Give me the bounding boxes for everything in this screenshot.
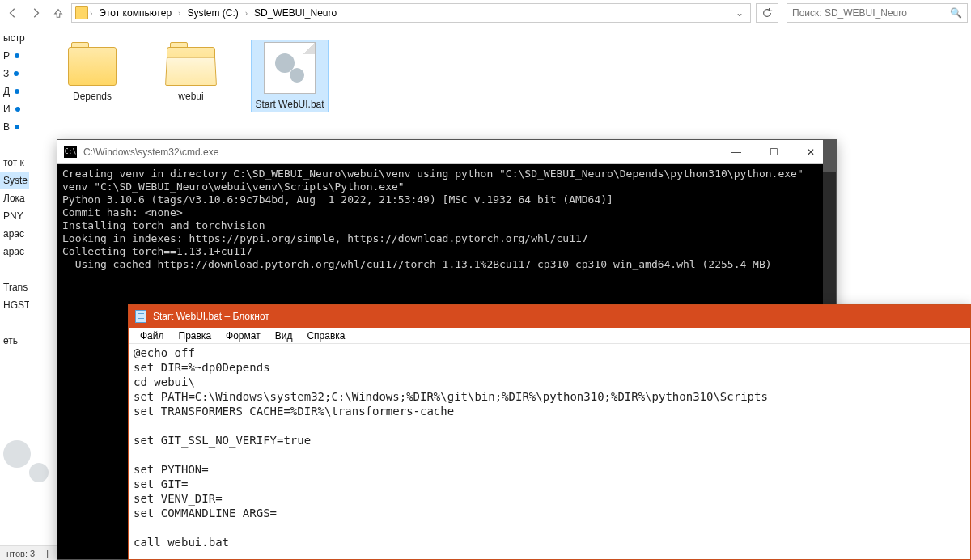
sidebar-item[interactable]: Trans bbox=[0, 278, 29, 296]
breadcrumb-item[interactable]: System (C:) bbox=[182, 4, 243, 22]
folder-webui[interactable]: webui bbox=[153, 40, 229, 104]
sidebar-item[interactable]: И bbox=[0, 100, 29, 118]
notepad-titlebar[interactable]: Start WebUI.bat – Блокнот bbox=[129, 305, 970, 328]
notepad-window[interactable]: Start WebUI.bat – Блокнот Файл Правка Фо… bbox=[128, 304, 971, 560]
svg-point-4 bbox=[15, 125, 19, 129]
breadcrumb[interactable]: › Этот компьютер › System (C:) › SD_WEBU… bbox=[71, 3, 751, 23]
menu-format[interactable]: Формат bbox=[219, 329, 267, 342]
file-start-webui-bat[interactable]: Start WebUI.bat bbox=[252, 40, 328, 112]
sidebar-item[interactable]: Syste bbox=[0, 172, 29, 189]
chevron-right-icon: › bbox=[178, 9, 180, 18]
chevron-right-icon: › bbox=[90, 9, 92, 18]
file-label: Start WebUI.bat bbox=[255, 99, 324, 110]
svg-point-0 bbox=[15, 53, 19, 58]
sidebar-item[interactable]: Р bbox=[0, 47, 29, 65]
pin-icon bbox=[13, 123, 21, 131]
sidebar-item bbox=[0, 136, 29, 154]
refresh-button[interactable] bbox=[756, 3, 778, 23]
folder-icon bbox=[165, 42, 217, 86]
sidebar-item bbox=[0, 314, 29, 332]
menu-help[interactable]: Справка bbox=[300, 329, 351, 342]
breadcrumb-item[interactable]: SD_WEBUI_Neuro bbox=[249, 4, 341, 22]
notepad-content[interactable]: @echo off set DIR=%~dp0Depends cd webui\… bbox=[129, 344, 970, 551]
svg-point-3 bbox=[15, 107, 20, 112]
sidebar-item[interactable]: HGST bbox=[0, 296, 29, 314]
sidebar-item[interactable]: ыстр bbox=[0, 29, 29, 47]
cmd-titlebar[interactable]: C:\ C:\Windows\system32\cmd.exe — ☐ ✕ bbox=[57, 140, 836, 164]
menu-edit[interactable]: Правка bbox=[172, 329, 218, 342]
chevron-right-icon: › bbox=[245, 9, 248, 18]
sidebar-item[interactable]: В bbox=[0, 118, 29, 136]
maximize-button[interactable]: ☐ bbox=[755, 140, 792, 164]
folder-icon bbox=[66, 42, 118, 86]
folder-depends[interactable]: Depends bbox=[54, 40, 130, 104]
notepad-icon bbox=[135, 310, 146, 323]
cmd-icon: C:\ bbox=[64, 146, 77, 158]
bat-file-icon bbox=[264, 42, 316, 94]
svg-point-2 bbox=[15, 89, 19, 94]
nav-up-button[interactable] bbox=[49, 3, 68, 23]
search-icon[interactable]: 🔍 bbox=[950, 7, 962, 19]
sidebar-item[interactable]: Лока bbox=[0, 189, 29, 207]
chevron-down-icon[interactable]: ⌄ bbox=[732, 7, 747, 19]
sidebar-item[interactable]: арас bbox=[0, 225, 29, 243]
sidebar-item[interactable]: PNY bbox=[0, 207, 29, 225]
pin-icon bbox=[13, 52, 21, 60]
file-label: webui bbox=[178, 91, 203, 102]
file-label: Depends bbox=[73, 91, 112, 102]
pin-icon bbox=[12, 70, 20, 78]
sidebar-item[interactable]: арас bbox=[0, 243, 29, 261]
folder-icon bbox=[75, 6, 88, 19]
scrollbar-thumb[interactable] bbox=[823, 140, 836, 172]
svg-point-1 bbox=[14, 71, 19, 76]
minimize-button[interactable]: — bbox=[718, 140, 755, 164]
sidebar-item[interactable]: Д bbox=[0, 83, 29, 100]
notepad-title: Start WebUI.bat – Блокнот bbox=[153, 311, 269, 322]
search-input[interactable] bbox=[792, 7, 950, 19]
gear-icon bbox=[0, 435, 49, 484]
cmd-title: C:\Windows\system32\cmd.exe bbox=[83, 146, 718, 158]
sidebar-item[interactable]: З bbox=[0, 65, 29, 83]
menu-file[interactable]: Файл bbox=[134, 329, 171, 342]
breadcrumb-item[interactable]: Этот компьютер bbox=[94, 4, 176, 22]
status-item-count: нтов: 3 bbox=[6, 549, 35, 558]
sidebar-item[interactable]: еть bbox=[0, 332, 29, 350]
pin-icon bbox=[14, 105, 22, 113]
sidebar-item bbox=[0, 261, 29, 278]
search-box[interactable]: 🔍 bbox=[787, 3, 968, 23]
sidebar-item[interactable]: тот к bbox=[0, 154, 29, 172]
nav-back-button[interactable] bbox=[3, 3, 23, 23]
explorer-address-bar: › Этот компьютер › System (C:) › SD_WEBU… bbox=[0, 0, 971, 26]
notepad-menubar: Файл Правка Формат Вид Справка bbox=[129, 328, 970, 344]
nav-forward-button[interactable] bbox=[26, 3, 45, 23]
menu-view[interactable]: Вид bbox=[269, 329, 299, 342]
pin-icon bbox=[13, 87, 21, 95]
